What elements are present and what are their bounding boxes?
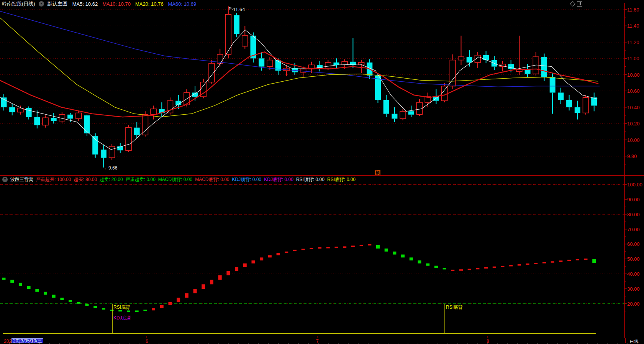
- indicator-bars: [2, 244, 596, 312]
- titlebar-icons: [571, 1, 582, 7]
- divergence-annotation: RSI底背: [113, 304, 130, 311]
- indicator-param-label: KDJ底背: 0.00: [264, 176, 293, 183]
- indicator-param-label: 超卖: 20.00: [100, 176, 123, 183]
- price-tick-label: 10.40: [627, 105, 644, 110]
- indicator-param-label: MACD底背: 0.00: [195, 176, 229, 183]
- indicator-tick-label: 70.00: [627, 227, 644, 232]
- preset-label[interactable]: 默认主图: [48, 0, 67, 7]
- indicator-tick-label: 20.00: [627, 301, 644, 307]
- indicator-param-label: 严重超买: 100.00: [36, 176, 71, 183]
- arrow-left-icon: ←: [104, 165, 108, 171]
- low-annotation: ←9.66: [104, 165, 117, 171]
- indicator-title[interactable]: 波段三背离: [10, 176, 33, 183]
- price-tick-label: 11.60: [627, 7, 644, 13]
- ma-value-label: MA10: 10.70: [102, 1, 131, 7]
- ma20-line: [0, 18, 598, 117]
- indicator-param-label: MACD顶背: 0.00: [158, 176, 192, 183]
- divergence-annotation: KDJ底背: [113, 315, 131, 321]
- price-tick-label: 11.00: [627, 56, 644, 61]
- indicator-param-label: 超买: 80.00: [74, 176, 97, 183]
- alert-badge[interactable]: 预: [375, 170, 380, 175]
- ma-legend: MA5: 10.62MA10: 10.70MA20: 10.76MA60: 10…: [72, 1, 197, 7]
- price-tick-label: 11.20: [627, 40, 644, 45]
- indicator-tick-label: 90.00: [627, 197, 644, 202]
- symbol-title: 岭南控股(日线): [2, 0, 35, 7]
- price-tick-label: 10.00: [627, 137, 644, 143]
- ma60-line: [0, 11, 600, 87]
- divergence-annotation: RSI底背: [446, 304, 463, 311]
- chevron-down-circle-icon[interactable]: ▾: [39, 1, 44, 7]
- price-tick-label: 11.40: [627, 23, 644, 29]
- price-tick-label: 10.60: [627, 88, 644, 94]
- titlebar: 岭南控股(日线) ▾ 默认主图 MA5: 10.62MA10: 10.70MA2…: [0, 0, 644, 8]
- indicator-params: 严重超买: 100.00超买: 80.00超卖: 20.00严重超卖: 0.00…: [36, 176, 356, 183]
- ma-value-label: MA5: 10.62: [72, 1, 98, 7]
- indicator-tick-label: 50.00: [627, 256, 644, 262]
- price-tick-label: 9.80: [627, 153, 644, 159]
- trading-app-window: 岭南控股(日线) ▾ 默认主图 MA5: 10.62MA10: 10.70MA2…: [0, 0, 644, 344]
- indicator-param-label: RSI底背: 0.00: [327, 176, 356, 183]
- status-bar: 202 2023/05/10/三 678 日线: [0, 338, 644, 344]
- chart-canvas: [0, 0, 644, 344]
- indicator-tick-label: 40.00: [627, 271, 644, 277]
- indicator-header: ▾ 波段三背离 严重超买: 100.00超买: 80.00超卖: 20.00严重…: [0, 176, 644, 183]
- split-view-icon[interactable]: [577, 1, 582, 7]
- indicator-param-label: KDJ顶背: 0.00: [232, 176, 262, 183]
- diamond-icon[interactable]: [570, 1, 575, 7]
- chevron-down-circle-icon[interactable]: ▾: [2, 177, 8, 182]
- ma-value-label: MA20: 10.76: [135, 1, 164, 7]
- indicator-tick-label: 30.00: [627, 286, 644, 292]
- ma-value-label: MA60: 10.69: [168, 1, 197, 7]
- indicator-tick-label: 80.00: [627, 212, 644, 217]
- price-tick-label: 10.20: [627, 121, 644, 127]
- indicator-tick-label: 60.00: [627, 241, 644, 247]
- indicator-param-label: RSI顶背: 0.00: [296, 176, 324, 183]
- price-tick-label: 10.80: [627, 72, 644, 78]
- indicator-param-label: 严重超卖: 0.00: [126, 176, 156, 183]
